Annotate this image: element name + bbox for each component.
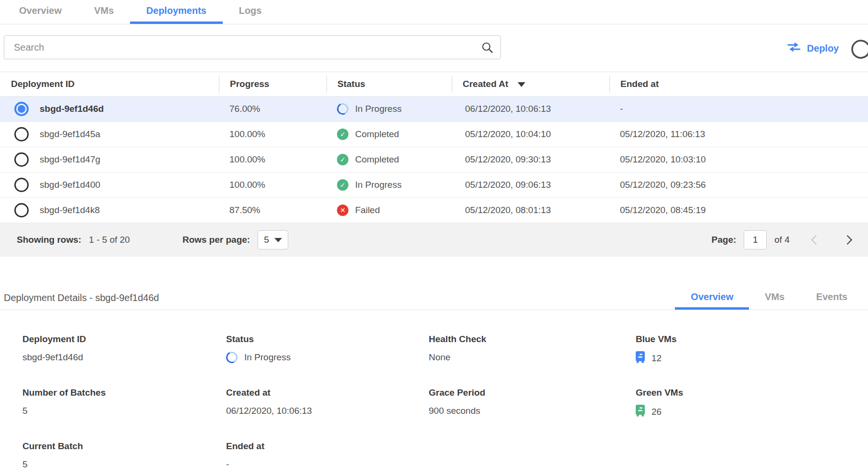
created-at-cell: 06/12/2020, 10:06:13 bbox=[452, 104, 609, 114]
tab-overview[interactable]: Overview bbox=[3, 0, 78, 24]
column-header-progress[interactable]: Progress bbox=[219, 75, 326, 93]
details-title: Deployment Details - sbgd-9ef1d46d bbox=[4, 292, 159, 310]
table-row[interactable]: sbgd-9ef1d47g 100.00% Completed 05/12/20… bbox=[0, 147, 868, 172]
field-blue-vms: Blue VMs 12 bbox=[636, 334, 868, 366]
page-number-input[interactable] bbox=[744, 230, 767, 249]
server-green-icon bbox=[636, 405, 645, 419]
row-radio-button[interactable] bbox=[14, 127, 29, 141]
progress-cell: 76.00% bbox=[219, 104, 326, 114]
row-radio-button[interactable] bbox=[14, 203, 29, 217]
tab-deployments-label: Deployments bbox=[146, 5, 206, 16]
ended-at-cell: 05/12/2020, 11:06:13 bbox=[609, 129, 868, 140]
status-in-progress-icon bbox=[336, 102, 350, 117]
refresh-icon[interactable] bbox=[850, 39, 868, 60]
tab-overview-label: Overview bbox=[19, 5, 62, 16]
column-header-status[interactable]: Status bbox=[326, 75, 452, 93]
details-grid: Deployment ID sbgd-9ef1d46d Status In Pr… bbox=[22, 334, 868, 471]
column-header-deployment-id[interactable]: Deployment ID bbox=[0, 75, 219, 93]
status-completed-icon bbox=[337, 129, 348, 140]
ended-at-cell: 05/12/2020, 08:45:19 bbox=[609, 205, 868, 215]
next-page-icon[interactable] bbox=[843, 235, 852, 245]
tab-logs[interactable]: Logs bbox=[223, 0, 278, 24]
progress-cell: 100.00% bbox=[219, 180, 326, 190]
details-tab-events[interactable]: Events bbox=[800, 287, 863, 310]
status-cell: Failed bbox=[355, 205, 380, 215]
created-at-cell: 05/12/2020, 09:30:13 bbox=[452, 154, 609, 165]
tab-logs-label: Logs bbox=[239, 5, 262, 16]
field-health-check: Health Check None bbox=[429, 334, 636, 366]
status-cell: In Progress bbox=[355, 104, 401, 114]
toolbar: Deploy bbox=[0, 24, 868, 72]
server-blue-icon bbox=[636, 351, 645, 366]
deployment-id-cell: sbgd-9ef1d46d bbox=[40, 104, 104, 114]
details-tab-vms[interactable]: VMs bbox=[749, 287, 800, 310]
page-total: of 4 bbox=[774, 235, 790, 245]
deploy-button-label: Deploy bbox=[807, 43, 839, 54]
details-tab-overview[interactable]: Overview bbox=[675, 287, 749, 310]
rows-per-page-value: 5 bbox=[264, 235, 269, 245]
ended-at-cell: - bbox=[609, 104, 868, 114]
status-completed-icon bbox=[337, 154, 348, 165]
status-cell: Completed bbox=[355, 154, 399, 165]
deployment-id-cell: sbgd-9ef1d47g bbox=[40, 154, 100, 165]
status-completed-icon bbox=[337, 179, 348, 191]
search-input[interactable] bbox=[4, 42, 500, 53]
table-header-row: Deployment ID Progress Status Created At… bbox=[0, 72, 868, 97]
row-radio-button[interactable] bbox=[14, 152, 29, 167]
sort-desc-icon bbox=[518, 82, 525, 87]
column-header-ended-at[interactable]: Ended at bbox=[609, 75, 868, 93]
field-created-at: Created at 06/12/2020, 10:06:13 bbox=[226, 388, 429, 419]
showing-rows-label: Showing rows: bbox=[17, 235, 81, 245]
status-in-progress-icon bbox=[225, 350, 239, 365]
created-at-cell: 05/12/2020, 08:01:13 bbox=[452, 205, 609, 215]
field-status: Status In Progress bbox=[226, 334, 429, 366]
deployment-id-cell: sbgd-9ef1d45a bbox=[40, 129, 100, 140]
showing-rows-value: 1 - 5 of 20 bbox=[89, 235, 130, 245]
created-at-cell: 05/12/2020, 09:06:13 bbox=[452, 180, 609, 190]
rows-per-page-select[interactable]: 5 bbox=[258, 230, 288, 249]
field-number-of-batches: Number of Batches 5 bbox=[22, 388, 226, 419]
row-radio-button[interactable] bbox=[14, 178, 29, 192]
table-row[interactable]: sbgd-9ef1d45a 100.00% Completed 05/12/20… bbox=[0, 122, 868, 147]
field-grace-period: Grace Period 900 seconds bbox=[429, 388, 636, 419]
status-cell: Completed bbox=[355, 129, 399, 140]
search-icon bbox=[481, 41, 494, 56]
details-header: Deployment Details - sbgd-9ef1d46d Overv… bbox=[0, 287, 868, 310]
field-deployment-id: Deployment ID sbgd-9ef1d46d bbox=[22, 334, 226, 366]
table-row[interactable]: sbgd-9ef1d46d 76.00% In Progress 06/12/2… bbox=[0, 97, 868, 122]
ended-at-cell: 05/12/2020, 09:23:56 bbox=[609, 180, 868, 190]
page-label: Page: bbox=[712, 235, 737, 245]
field-current-batch: Current Batch 5 bbox=[22, 441, 226, 471]
search-box bbox=[4, 35, 501, 59]
field-ended-at: Ended at - bbox=[226, 441, 429, 471]
table-footer: Showing rows: 1 - 5 of 20 Rows per page:… bbox=[0, 223, 868, 257]
swap-arrows-icon bbox=[787, 42, 801, 55]
tab-vms-label: VMs bbox=[94, 5, 114, 16]
created-at-cell: 05/12/2020, 10:04:10 bbox=[452, 129, 609, 140]
deploy-button[interactable]: Deploy bbox=[787, 42, 839, 55]
deployments-table: Deployment ID Progress Status Created At… bbox=[0, 72, 868, 257]
tab-vms[interactable]: VMs bbox=[78, 0, 130, 24]
status-failed-icon bbox=[337, 205, 348, 216]
deployment-id-cell: sbgd-9ef1d4k8 bbox=[40, 205, 100, 215]
ended-at-cell: 05/12/2020, 10:03:10 bbox=[609, 154, 868, 165]
progress-cell: 87.50% bbox=[219, 205, 326, 215]
chevron-down-icon bbox=[274, 238, 282, 242]
status-cell: In Progress bbox=[355, 180, 401, 190]
previous-page-icon[interactable] bbox=[811, 235, 821, 245]
table-row[interactable]: sbgd-9ef1d4k8 87.50% Failed 05/12/2020, … bbox=[0, 198, 868, 223]
progress-cell: 100.00% bbox=[219, 154, 326, 165]
main-tab-bar: Overview VMs Deployments Logs bbox=[0, 0, 868, 24]
row-radio-button[interactable] bbox=[14, 102, 29, 116]
details-tab-bar: Overview VMs Events bbox=[675, 287, 863, 310]
rows-per-page-label: Rows per page: bbox=[183, 235, 250, 245]
progress-cell: 100.00% bbox=[219, 129, 326, 140]
deployment-id-cell: sbgd-9ef1d400 bbox=[40, 180, 100, 190]
table-row[interactable]: sbgd-9ef1d400 100.00% In Progress 05/12/… bbox=[0, 172, 868, 198]
field-green-vms: Green VMs 26 bbox=[636, 388, 868, 419]
column-header-created-at[interactable]: Created At bbox=[452, 75, 609, 93]
tab-deployments[interactable]: Deployments bbox=[130, 0, 223, 24]
